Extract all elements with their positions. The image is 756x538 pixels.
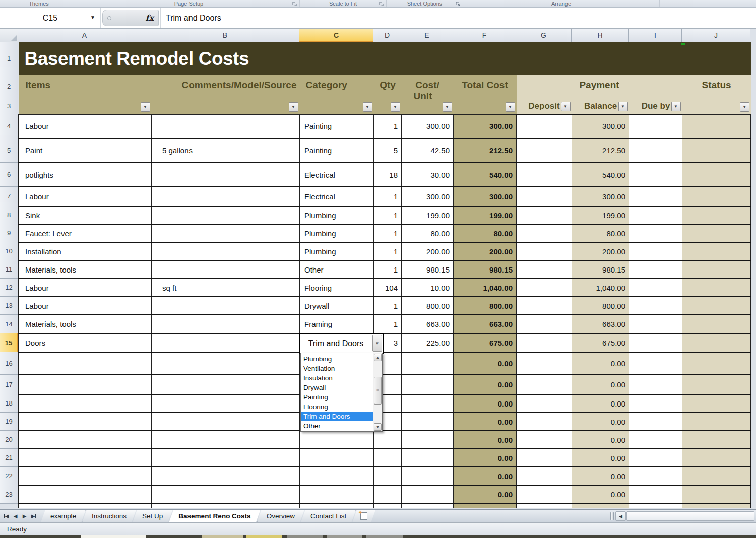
dropdown-option-insulation[interactable]: Insulation: [301, 373, 373, 383]
cell-H11[interactable]: 980.15: [572, 260, 629, 279]
cell-E7[interactable]: 300.00: [402, 187, 454, 206]
cell-A7[interactable]: Labour: [19, 187, 152, 206]
cell-B17[interactable]: [152, 375, 300, 394]
cell-H17[interactable]: 0.00: [572, 375, 629, 394]
cell-A13[interactable]: Labour: [19, 297, 152, 315]
cell-G20[interactable]: [517, 431, 572, 449]
row-header-20[interactable]: 20: [0, 431, 18, 449]
cell-C23[interactable]: [300, 485, 374, 504]
cell-E11[interactable]: 980.15: [402, 260, 454, 279]
cell-E4[interactable]: 300.00: [402, 114, 454, 138]
cell-B11[interactable]: [152, 260, 300, 279]
cell-I14[interactable]: [629, 315, 682, 333]
scroll-down-icon[interactable]: ▼: [374, 423, 382, 431]
cell-H12[interactable]: 1,040.00: [572, 279, 629, 297]
insert-function-icon[interactable]: fx: [146, 13, 154, 23]
cell-I18[interactable]: [629, 394, 682, 413]
filter-button[interactable]: ▼: [561, 102, 571, 111]
cell-I20[interactable]: [629, 431, 682, 449]
cell-H14[interactable]: 663.00: [572, 315, 629, 333]
header-cell-due-by[interactable]: Due by▼: [629, 98, 682, 114]
dialog-launcher-icon[interactable]: [379, 1, 384, 7]
cell-G24[interactable]: [517, 504, 572, 508]
dropdown-option-painting[interactable]: Painting: [301, 392, 373, 402]
filter-button[interactable]: ▼: [289, 102, 298, 112]
cell-E15[interactable]: 225.00: [402, 333, 454, 352]
header-cell-items[interactable]: Items▼: [19, 75, 152, 114]
cell-D12[interactable]: 104: [374, 279, 402, 297]
cell-G10[interactable]: [517, 242, 572, 260]
cell-A21[interactable]: [19, 449, 152, 467]
cell-A15[interactable]: Doors: [19, 333, 152, 352]
cell-G21[interactable]: [517, 449, 572, 467]
cell-B21[interactable]: [152, 449, 300, 467]
cell-B5[interactable]: 5 gallons: [152, 138, 300, 163]
cell-F22[interactable]: 0.00: [454, 467, 517, 485]
cell-I4[interactable]: [629, 114, 682, 138]
cell-H5[interactable]: 212.50: [572, 138, 629, 163]
cell-H19[interactable]: 0.00: [572, 413, 629, 431]
cell-I17[interactable]: [629, 375, 682, 394]
row-header-19[interactable]: 19: [0, 413, 18, 431]
cell-G13[interactable]: [517, 297, 572, 315]
cell-J12[interactable]: [682, 279, 751, 297]
cell-C22[interactable]: [300, 467, 374, 485]
cell-G22[interactable]: [517, 467, 572, 485]
cell-E17[interactable]: [402, 375, 454, 394]
cell-I7[interactable]: [629, 187, 682, 206]
cell-D23[interactable]: [374, 485, 402, 504]
cell-J22[interactable]: [682, 467, 751, 485]
cell-J15[interactable]: [682, 333, 751, 352]
cell-G6[interactable]: [517, 163, 572, 187]
cell-A24[interactable]: [19, 504, 152, 508]
cell-J9[interactable]: [682, 224, 751, 242]
cell-A22[interactable]: [19, 467, 152, 485]
cell-E16[interactable]: [402, 352, 454, 375]
cell-F11[interactable]: 980.15: [454, 260, 517, 279]
cell-J10[interactable]: [682, 242, 751, 260]
column-header-J[interactable]: J: [682, 29, 750, 42]
cell-I12[interactable]: [629, 279, 682, 297]
cell-F9[interactable]: 80.00: [454, 224, 517, 242]
cell-A18[interactable]: [19, 394, 152, 413]
cell-H23[interactable]: 0.00: [572, 485, 629, 504]
filter-button[interactable]: ▼: [671, 102, 681, 111]
cell-G17[interactable]: [517, 375, 572, 394]
last-sheet-icon[interactable]: ▶: [30, 512, 37, 520]
cell-C12[interactable]: Flooring: [300, 279, 374, 297]
row-header-15[interactable]: 15: [0, 333, 18, 352]
cell-A10[interactable]: Installation: [19, 242, 152, 260]
cell-J16[interactable]: [682, 352, 751, 375]
cell-E12[interactable]: 10.00: [402, 279, 454, 297]
cell-G16[interactable]: [517, 352, 572, 375]
cell-F8[interactable]: 199.00: [454, 206, 517, 224]
filter-button[interactable]: ▼: [443, 102, 452, 112]
cell-J6[interactable]: [682, 163, 751, 187]
cell-F17[interactable]: 0.00: [454, 375, 517, 394]
cell-F4[interactable]: 300.00: [454, 114, 517, 138]
cell-B23[interactable]: [152, 485, 300, 504]
first-sheet-icon[interactable]: ◀: [3, 512, 10, 520]
cell-G11[interactable]: [517, 260, 572, 279]
dialog-launcher-icon[interactable]: [292, 1, 297, 7]
filter-button[interactable]: ▼: [141, 102, 150, 112]
dropdown-option-plumbing[interactable]: Plumbing: [301, 354, 373, 364]
cell-B12[interactable]: sq ft: [152, 279, 300, 297]
cell-E6[interactable]: 30.00: [402, 163, 454, 187]
sheet-tab-example[interactable]: example: [41, 510, 86, 522]
cell-E23[interactable]: [402, 485, 454, 504]
cell-G19[interactable]: [517, 413, 572, 431]
cell-I13[interactable]: [629, 297, 682, 315]
cell-E20[interactable]: [402, 431, 454, 449]
next-sheet-icon[interactable]: ▶: [21, 512, 28, 520]
filter-button[interactable]: ▼: [618, 102, 628, 111]
cell-B10[interactable]: [152, 242, 300, 260]
cell-C6[interactable]: Electrical: [300, 163, 374, 187]
cell-A14[interactable]: Materials, tools: [19, 315, 152, 333]
cell-B14[interactable]: [152, 315, 300, 333]
cell-C24[interactable]: [300, 504, 374, 508]
row-header-22[interactable]: 22: [0, 467, 18, 485]
cell-B7[interactable]: [152, 187, 300, 206]
cell-C5[interactable]: Painting: [300, 138, 374, 163]
header-cell-status[interactable]: Status▼: [682, 75, 751, 114]
